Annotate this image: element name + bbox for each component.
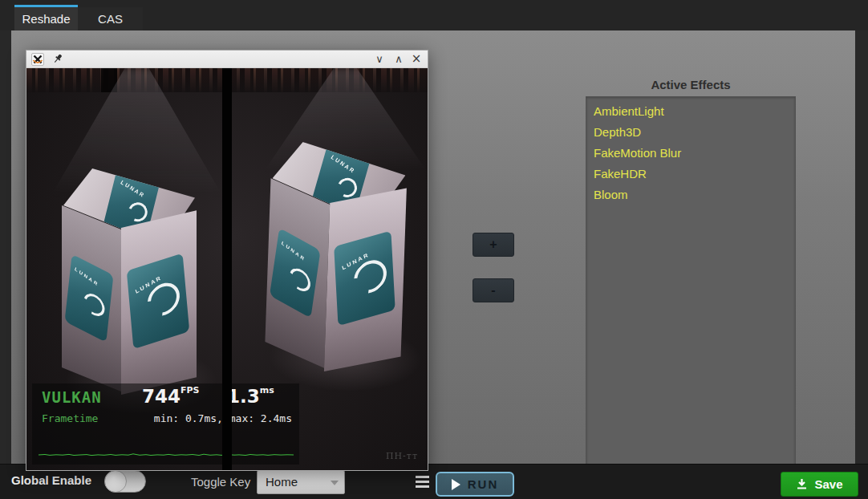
window-close-button[interactable]: × (408, 51, 424, 68)
lunarg-g-ring-icon (125, 200, 150, 225)
lunarg-logo-panel: LUNAR (270, 228, 321, 318)
list-item[interactable]: Depth3D (586, 122, 795, 143)
fps-value: 744 (142, 386, 180, 407)
lunarg-g-ring-icon (80, 292, 108, 317)
download-icon (796, 478, 808, 490)
lunarg-cube-right: LUNAR LUNAR LUNAR (262, 141, 408, 373)
comparison-divider (222, 68, 232, 470)
x11-app-icon[interactable] (31, 53, 44, 66)
frametime-value: 1.3 (227, 386, 260, 407)
save-button[interactable]: Save (781, 472, 858, 497)
fps-readout: 744FPS (142, 385, 200, 407)
pin-icon[interactable] (53, 54, 64, 65)
lunarg-brand-text: LUNAR (281, 241, 306, 262)
frametime-graph (39, 449, 294, 459)
global-enable-label: Global Enable (11, 473, 91, 487)
lunarg-g-ring-icon (335, 176, 359, 201)
list-item[interactable]: AmbientLight (586, 101, 795, 122)
vkcube-render-view: LUNAR LUNAR LUNAR (26, 68, 428, 470)
window-maximize-button[interactable]: ∧ (391, 51, 407, 68)
frametime-unit: ms (260, 385, 274, 396)
toggle-key-value: Home (266, 471, 298, 493)
lunarg-brand-text: LUNAR (74, 266, 99, 287)
lunarg-logo-panel: LUNAR (65, 254, 114, 343)
lunarg-logo-panel: LUNAR (127, 253, 189, 349)
lunarg-brand-text: LUNAR (330, 154, 356, 174)
list-item[interactable]: FakeHDR (586, 164, 795, 185)
run-button-label: RUN (468, 477, 499, 491)
lunarg-logo-panel: LUNAR (334, 231, 395, 327)
api-label: VULKAN (42, 388, 102, 406)
toggle-knob[interactable] (104, 470, 127, 493)
window-titlebar[interactable]: ∨ ∧ × (26, 51, 428, 68)
play-icon (452, 479, 460, 490)
frametime-readout: 1.3ms (227, 385, 274, 407)
cube-right-face: LUNAR (324, 188, 407, 371)
app-window: Reshade CAS Active Effects AmbientLight … (0, 0, 868, 499)
list-item[interactable]: FakeMotion Blur (586, 143, 795, 164)
mangohud-overlay: VULKAN 744FPS 1.3ms Frametime min: 0.7ms… (32, 383, 299, 465)
tab-reshade[interactable]: Reshade (14, 5, 78, 30)
tab-bar: Reshade CAS (0, 0, 868, 30)
toggle-key-label: Toggle Key (191, 475, 250, 489)
chevron-down-icon (331, 481, 339, 485)
active-effects-title: Active Effects (586, 78, 796, 91)
tab-cas[interactable]: CAS (78, 7, 143, 30)
list-item[interactable]: Bloom (586, 185, 795, 205)
lunarg-brand-text: LUNAR (120, 179, 146, 198)
fps-unit: FPS (180, 385, 200, 396)
frametime-graph-label: Frametime (42, 412, 98, 424)
active-effects-list[interactable]: AmbientLight Depth3D FakeMotion Blur Fak… (586, 96, 796, 468)
menu-icon[interactable] (416, 476, 429, 478)
run-button[interactable]: RUN (436, 472, 514, 497)
global-enable-toggle[interactable] (104, 470, 146, 493)
watermark-text: ПН-тт (386, 451, 418, 461)
window-minimize-button[interactable]: ∨ (371, 51, 387, 68)
vkcube-demo-window[interactable]: ∨ ∧ × LUNAR LUNAR (26, 50, 428, 471)
toggle-key-dropdown[interactable]: Home (257, 470, 345, 494)
save-button-label: Save (814, 477, 842, 491)
remove-effect-button[interactable]: - (473, 278, 514, 302)
lunarg-g-ring-icon (286, 267, 314, 292)
cube-right-face: LUNAR (121, 210, 197, 395)
cube-left-face: LUNAR (62, 205, 121, 391)
add-effect-button[interactable]: + (473, 233, 514, 257)
cube-left-face: LUNAR (265, 178, 330, 368)
lunarg-cube-left: LUNAR LUNAR LUNAR (60, 168, 197, 393)
